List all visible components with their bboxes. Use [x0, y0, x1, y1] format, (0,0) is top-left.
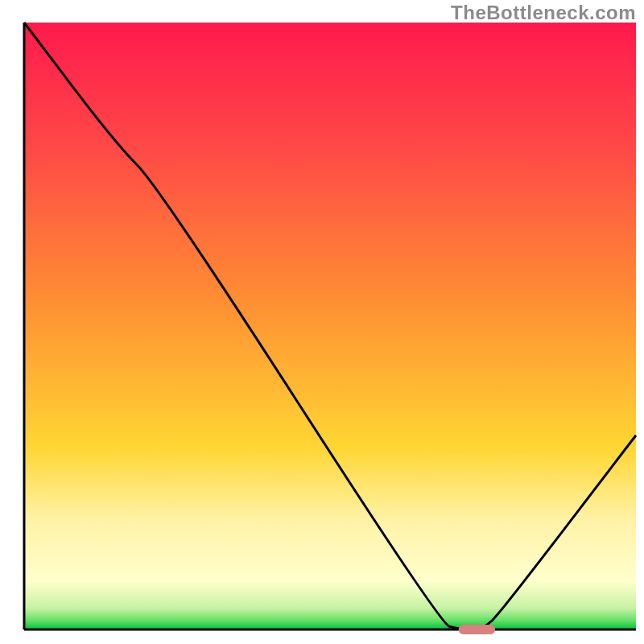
chart-container: TheBottleneck.com [0, 0, 644, 644]
optimal-marker [459, 625, 496, 634]
plot-background [24, 23, 636, 630]
chart-svg [0, 0, 644, 644]
watermark-label: TheBottleneck.com [451, 2, 636, 24]
